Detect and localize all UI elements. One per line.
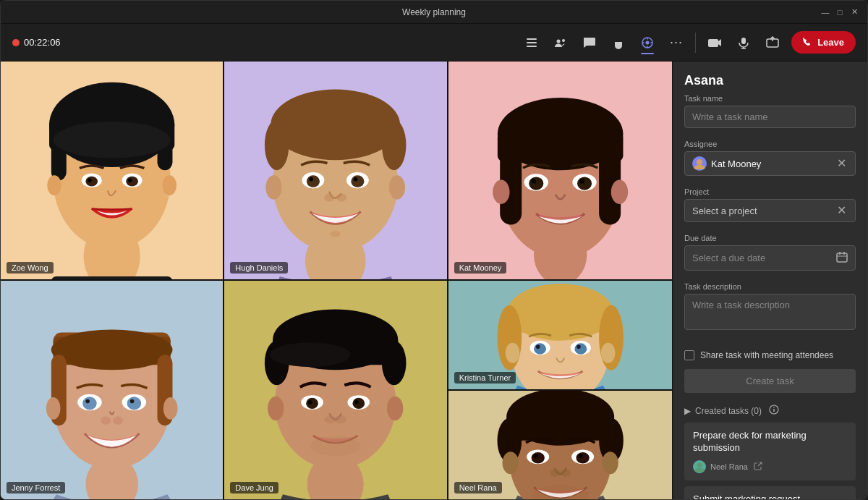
assignee-name: Kat Mooney — [711, 158, 761, 169]
more-button[interactable]: ··· — [663, 30, 689, 56]
calendar-icon — [836, 251, 848, 265]
svg-point-93 — [270, 342, 351, 367]
due-date-label: Due date — [684, 234, 856, 242]
svg-point-34 — [163, 175, 177, 195]
svg-point-32 — [128, 178, 132, 182]
mic-button[interactable] — [731, 30, 757, 56]
assignee-field[interactable]: Kat Mooney ✕ — [684, 151, 856, 176]
svg-point-133 — [534, 454, 538, 458]
phone-icon — [803, 38, 813, 48]
clear-project-button[interactable]: ✕ — [835, 205, 848, 216]
task-name-input[interactable] — [684, 106, 856, 128]
people-button[interactable] — [548, 30, 574, 56]
svg-point-46 — [307, 175, 320, 187]
due-date-placeholder: Select a due date — [692, 253, 765, 263]
label-neel: Neel Rana — [454, 482, 502, 493]
svg-point-47 — [352, 175, 365, 187]
project-field[interactable]: Select a project ✕ — [684, 199, 856, 222]
video-cell-dave: Dave Jung — [224, 281, 448, 500]
window-controls: — □ ✕ — [821, 8, 859, 17]
clear-assignee-button[interactable]: ✕ — [835, 158, 848, 169]
participant-video-kat — [448, 62, 672, 279]
task-description-label: Task description — [684, 282, 856, 291]
app-window: Weekly planning — □ ✕ 00:22:06 — [0, 0, 868, 500]
svg-point-117 — [574, 343, 587, 354]
task1-link-icon — [754, 462, 762, 472]
task-card-1[interactable]: Prepare deck for marketing submission Ne… — [684, 423, 856, 480]
leave-label: Leave — [817, 37, 844, 48]
svg-point-128 — [602, 452, 618, 474]
raise-hand-button[interactable] — [605, 30, 631, 56]
assignee-info: Kat Mooney — [692, 156, 761, 171]
close-button[interactable]: ✕ — [850, 8, 859, 17]
arrow-icon: ▶ — [684, 406, 691, 416]
svg-point-135 — [550, 470, 560, 477]
svg-point-98 — [306, 397, 318, 408]
participant-video-zoe — [1, 62, 223, 279]
video-cell-hugh: Hugh Daniels — [224, 62, 448, 281]
label-jenny: Jenny Forrest — [7, 482, 65, 493]
svg-point-94 — [268, 396, 284, 420]
share-task-checkbox[interactable] — [684, 350, 694, 360]
assignee-section: Assignee Kat Mooney ✕ — [673, 140, 867, 182]
share-task-row: Share task with meeting attendees — [673, 344, 867, 366]
task1-assignee-avatar — [693, 460, 706, 473]
due-date-field[interactable]: Select a due date — [684, 245, 856, 271]
project-label: Project — [684, 187, 856, 196]
svg-point-118 — [536, 344, 540, 349]
minimize-button[interactable]: — — [821, 8, 830, 17]
svg-point-26 — [54, 122, 171, 158]
video-cell-kat: Kat Mooney — [448, 62, 672, 281]
maximize-button[interactable]: □ — [835, 8, 844, 17]
svg-point-52 — [331, 231, 341, 237]
apps-button[interactable] — [634, 30, 660, 56]
svg-point-29 — [85, 177, 98, 187]
svg-point-31 — [88, 178, 92, 182]
svg-point-3 — [557, 39, 561, 43]
svg-point-61 — [610, 180, 627, 204]
participant-video-dave — [224, 281, 446, 500]
title-bar: Weekly planning — □ ✕ — [1, 1, 867, 24]
video-cell-neel: Neel Rana — [448, 391, 672, 499]
svg-point-81 — [127, 397, 142, 410]
due-date-section: Due date Select a due date — [673, 234, 867, 276]
toolbar-divider — [695, 33, 696, 53]
more-icon: ··· — [670, 35, 683, 50]
created-tasks-header[interactable]: ▶ Created tasks (0) — [673, 402, 867, 423]
video-cell-kristina: Kristina Turner — [448, 281, 672, 391]
svg-point-40 — [265, 119, 289, 170]
svg-point-65 — [577, 177, 592, 190]
share-button[interactable] — [760, 30, 786, 56]
project-placeholder: Select a project — [692, 205, 757, 216]
svg-rect-124 — [506, 415, 614, 440]
task-description-input[interactable] — [684, 294, 856, 330]
recording-indicator — [12, 39, 20, 46]
label-kristina: Kristina Turner — [454, 372, 516, 384]
svg-point-104 — [310, 436, 361, 456]
leave-button[interactable]: Leave — [791, 31, 856, 54]
svg-point-84 — [101, 416, 111, 424]
svg-rect-39 — [273, 119, 398, 145]
svg-point-136 — [560, 470, 570, 477]
svg-point-60 — [493, 180, 509, 204]
svg-point-6 — [646, 41, 650, 44]
label-zoe: Zoe Wong — [7, 262, 54, 274]
svg-rect-13 — [741, 38, 746, 44]
svg-point-51 — [336, 193, 346, 201]
share-task-label: Share task with meeting attendees — [700, 350, 833, 360]
task-name-label: Task name — [684, 94, 856, 103]
create-task-button[interactable]: Create task — [684, 369, 856, 393]
svg-point-138 — [697, 159, 702, 165]
camera-button[interactable] — [702, 30, 728, 56]
svg-point-67 — [579, 179, 584, 184]
chat-button[interactable] — [576, 30, 603, 56]
list-view-button[interactable] — [519, 30, 545, 56]
svg-point-42 — [266, 175, 282, 200]
svg-point-127 — [502, 452, 518, 474]
video-cell-zoe: Zoe Wong — [1, 62, 224, 281]
task-description-section: Task description — [673, 282, 867, 339]
task-card-2[interactable]: Submit marketing request — [684, 486, 856, 499]
svg-point-116 — [534, 343, 546, 354]
svg-point-134 — [579, 454, 583, 458]
video-grid: Zoe Wong — [1, 62, 672, 499]
